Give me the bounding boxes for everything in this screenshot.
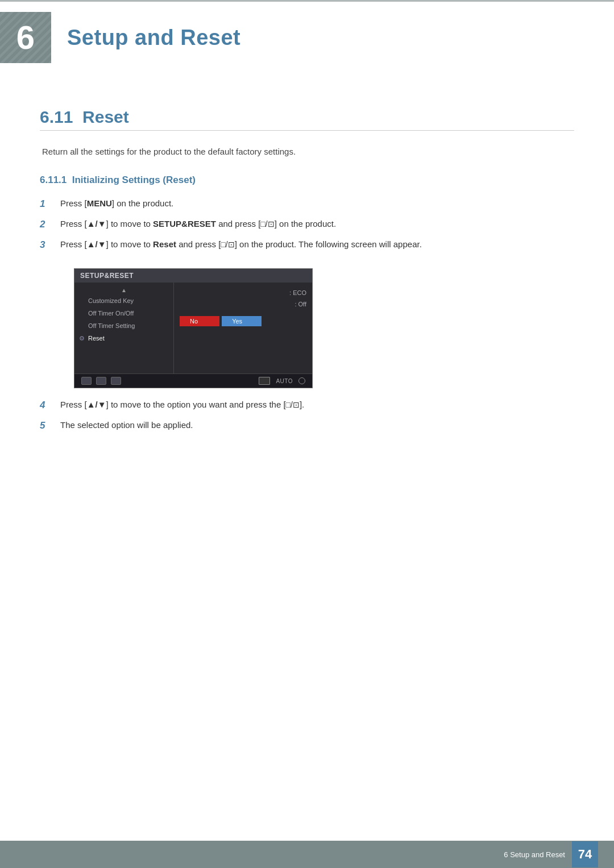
screen-bottom-bar: AUTO — [74, 373, 312, 388]
screen-option-off: : Off — [180, 298, 306, 310]
step-3: 3 Press [▲/▼] to move to Reset and press… — [40, 238, 574, 252]
subsection-title: 6.11.1 Initializing Settings (Reset) — [40, 175, 574, 186]
power-icon — [298, 377, 305, 384]
screen-menu-off-timer-setting: Off Timer Setting — [74, 319, 173, 332]
chapter-title: Setup and Reset — [67, 26, 240, 50]
footer-page-number: 74 — [572, 841, 598, 867]
step-5-text: The selected option will be applied. — [60, 419, 574, 432]
screen-select-box: No Yes — [180, 315, 306, 327]
steps-list-continued: 4 Press [▲/▼] to move to the option you … — [40, 398, 574, 433]
monitor-icon — [259, 377, 270, 385]
screen-menu: ▲ Customized Key Off Timer On/Off Off Ti… — [74, 283, 174, 373]
step-2-number: 2 — [40, 218, 56, 231]
screen-status-icons: AUTO — [259, 377, 305, 385]
screen-yes-option: Yes — [222, 316, 262, 326]
step-3-text: Press [▲/▼] to move to Reset and press [… — [60, 238, 574, 251]
screen-title-bar: SETUP&RESET — [74, 269, 312, 283]
screen-nav-buttons — [81, 377, 121, 385]
section-description: Return all the settings for the product … — [42, 147, 574, 156]
step-1-text: Press [MENU] on the product. — [60, 197, 574, 210]
step-2-text: Press [▲/▼] to move to SETUP&RESET and p… — [60, 218, 574, 231]
step-5-number: 5 — [40, 419, 56, 433]
step-1: 1 Press [MENU] on the product. — [40, 197, 574, 211]
step-4-text: Press [▲/▼] to move to the option you wa… — [60, 398, 574, 412]
auto-text: AUTO — [276, 378, 293, 384]
step-4: 4 Press [▲/▼] to move to the option you … — [40, 398, 574, 412]
screen-btn-up — [111, 377, 121, 385]
footer-text: 6 Setup and Reset — [504, 850, 565, 859]
chapter-header: 6 Setup and Reset — [0, 2, 614, 73]
screen-btn-left — [81, 377, 92, 385]
screen-options: : ECO : Off No Yes — [174, 283, 312, 373]
screen-menu-reset: ⚙ Reset — [74, 332, 173, 344]
screen-option-blank — [180, 310, 306, 314]
chapter-badge: 6 — [0, 12, 51, 63]
chapter-number: 6 — [16, 21, 35, 54]
page-footer: 6 Setup and Reset 74 — [0, 841, 614, 868]
step-5: 5 The selected option will be applied. — [40, 419, 574, 433]
screen-menu-customized-key: Customized Key — [74, 294, 173, 307]
step-1-number: 1 — [40, 197, 56, 211]
main-content: 6.11 Reset Return all the settings for t… — [0, 79, 614, 485]
section-title: 6.11 Reset — [40, 107, 574, 131]
screen-no-option: No — [180, 316, 219, 326]
setup-screen: SETUP&RESET ▲ Customized Key Off Timer O… — [74, 268, 313, 388]
screen-option-eco: : ECO — [180, 287, 306, 298]
screen-btn-down — [96, 377, 106, 385]
step-2: 2 Press [▲/▼] to move to SETUP&RESET and… — [40, 218, 574, 231]
screen-up-arrow: ▲ — [74, 287, 173, 294]
screen-container: SETUP&RESET ▲ Customized Key Off Timer O… — [74, 268, 313, 388]
gear-icon: ⚙ — [79, 335, 85, 342]
screen-menu-off-timer-onoff: Off Timer On/Off — [74, 307, 173, 319]
screen-body: ▲ Customized Key Off Timer On/Off Off Ti… — [74, 283, 312, 373]
steps-list: 1 Press [MENU] on the product. 2 Press [… — [40, 197, 574, 251]
step-4-number: 4 — [40, 398, 56, 412]
step-3-number: 3 — [40, 238, 56, 252]
